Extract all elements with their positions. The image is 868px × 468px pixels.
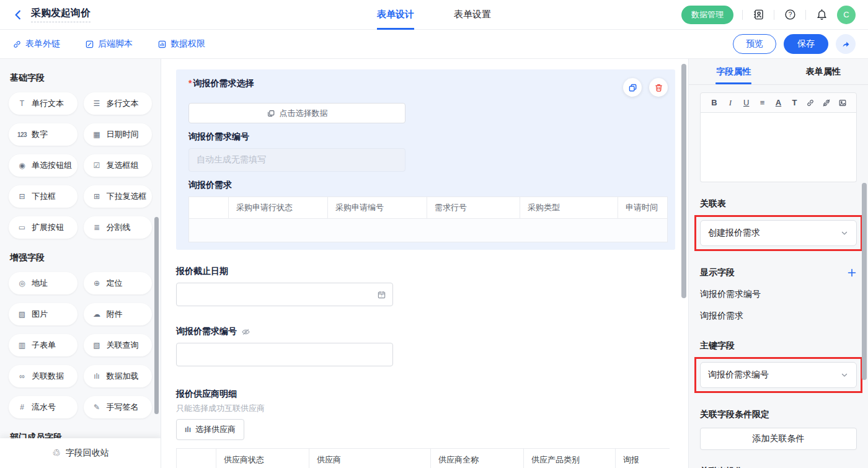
supplier-subform-field[interactable]: 报价供应商明细 只能选择成功互联供应商 ılı 选择供应商 供应商状态 供应商	[176, 389, 688, 468]
divider	[742, 10, 743, 20]
sidebar-item-checkbox-group[interactable]: ☑复选框组	[84, 154, 153, 177]
item-label: 附件	[107, 309, 123, 320]
sidebar-item-subform[interactable]: ▥子表单	[9, 334, 78, 356]
hidden-code-field[interactable]: 询报价需求编号	[176, 326, 688, 366]
save-button[interactable]: 保存	[784, 34, 828, 54]
form-external-link[interactable]: 表单外链	[12, 38, 60, 50]
data-permission-link[interactable]: 数据权限	[157, 38, 205, 50]
preview-button[interactable]: 预览	[733, 34, 776, 54]
tab-form-design[interactable]: 表单设计	[377, 0, 414, 30]
header-tabs: 表单设计 表单设置	[377, 0, 491, 30]
duplicate-field-button[interactable]	[623, 78, 642, 97]
sidebar-item-select[interactable]: ⊟下拉框	[9, 185, 78, 208]
hidden-code-input[interactable]	[176, 343, 393, 366]
pick-supplier-button[interactable]: ılı 选择供应商	[176, 419, 244, 440]
insert-image-icon[interactable]	[835, 93, 851, 112]
link-icon[interactable]	[802, 93, 818, 112]
recycle-icon: ♲	[52, 448, 60, 459]
bold-icon[interactable]: B	[706, 93, 722, 112]
sidebar-item-attachment[interactable]: ☁附件	[84, 303, 153, 325]
field-label: *询报价需求选择	[188, 78, 254, 89]
selected-field-header: *询报价需求选择	[188, 78, 668, 97]
sidebar-item-signature[interactable]: ✎手写签名	[84, 396, 153, 418]
primary-key-select[interactable]: 询报价需求编号	[700, 362, 857, 388]
select-data-button[interactable]: 点击选择数据	[188, 103, 405, 123]
form-designer-app: 采购发起询价 表单设计 表单设置 数据管理 ?	[0, 0, 868, 468]
add-condition-button[interactable]: 添加关联条件	[700, 428, 857, 450]
notification-bell-icon[interactable]	[815, 8, 828, 22]
page-title[interactable]: 采购发起询价	[31, 7, 91, 22]
display-field-item[interactable]: 询报价需求	[700, 311, 857, 322]
delete-field-button[interactable]	[649, 78, 668, 97]
inquiry-demand-table: 采购申请行状态 采购申请编号 需求行号 采购类型 申请时间	[188, 196, 668, 242]
user-avatar[interactable]: C	[837, 6, 856, 24]
item-label: 关联查询	[107, 340, 139, 351]
sidebar-item-related-query[interactable]: ▧关联查询	[84, 334, 153, 356]
item-label: 定位	[107, 278, 123, 289]
sidebar-item-serial-number[interactable]: #流水号	[9, 396, 78, 418]
share-arrow-icon	[841, 39, 851, 49]
column-header: 供应商全称	[431, 449, 524, 468]
sidebar-item-multi-line-text[interactable]: ☰多行文本	[84, 92, 153, 115]
sidebar-item-location[interactable]: ⊕定位	[84, 272, 153, 294]
sidebar-item-image[interactable]: ▨图片	[9, 303, 78, 325]
sidebar-item-divider[interactable]: ≣分割线	[84, 216, 153, 239]
tab-form-properties[interactable]: 表单属性	[779, 59, 868, 84]
sidebar-item-data-load[interactable]: ılı数据加载	[84, 365, 153, 387]
related-table-select[interactable]: 创建报价需求	[700, 220, 857, 246]
richtext-toolbar: B I U ≡ A T	[700, 92, 857, 113]
item-label: 单行文本	[32, 98, 64, 109]
tab-form-settings[interactable]: 表单设置	[454, 0, 491, 30]
deadline-field[interactable]: 报价截止日期 7	[176, 266, 688, 306]
sidebar-item-single-line-text[interactable]: T单行文本	[9, 92, 78, 115]
panel-scrollbar[interactable]	[862, 183, 867, 380]
font-size-icon[interactable]: T	[786, 93, 802, 112]
sidebar-scrollbar[interactable]	[154, 217, 159, 414]
share-button[interactable]	[836, 34, 856, 54]
back-button[interactable]	[12, 9, 24, 20]
data-permission-label: 数据权限	[170, 38, 205, 50]
primary-key-label: 主键字段	[700, 340, 857, 351]
subform-icon: ▥	[17, 341, 27, 350]
deadline-input[interactable]: 7	[176, 283, 393, 306]
sidebar-item-multi-select[interactable]: ⊞下拉复选框	[84, 185, 153, 208]
datetime-icon: ▦	[92, 130, 102, 139]
display-fields-label: 显示字段	[700, 267, 735, 278]
sidebar-item-datetime[interactable]: ▦日期时间	[84, 123, 153, 146]
underline-icon[interactable]: U	[738, 93, 755, 112]
align-icon[interactable]: ≡	[755, 93, 771, 112]
display-field-item[interactable]: 询报价需求编号	[700, 289, 857, 300]
add-display-field-icon[interactable]	[847, 268, 857, 278]
field-recycle-bin[interactable]: ♲ 字段回收站	[0, 438, 161, 468]
backend-script-label: 后端脚本	[98, 38, 133, 50]
column-header: 需求行号	[427, 197, 520, 219]
help-icon[interactable]: ?	[783, 8, 797, 22]
font-color-icon[interactable]: A	[771, 93, 787, 112]
item-label: 关联数据	[32, 371, 64, 382]
data-manage-button[interactable]: 数据管理	[681, 6, 733, 24]
inquiry-code-input[interactable]: 自动生成无需填写	[188, 148, 405, 172]
sidebar-item-related-data[interactable]: ∞关联数据	[9, 365, 78, 387]
column-header: 供应商	[309, 449, 431, 468]
canvas-scrollbar[interactable]	[681, 64, 686, 298]
contacts-icon[interactable]	[751, 8, 765, 22]
unlink-icon[interactable]	[818, 93, 835, 112]
inquiry-code-label: 询报价需求编号	[188, 131, 668, 143]
data-load-icon: ılı	[92, 372, 102, 381]
selected-field-card[interactable]: *询报价需求选择	[176, 69, 675, 250]
sidebar-item-radio-group[interactable]: ◉单选按钮组	[9, 154, 78, 177]
field-description-editor[interactable]	[700, 113, 857, 182]
sidebar-item-extend-button[interactable]: ▭扩展按钮	[9, 216, 78, 239]
select-icon: ⊟	[17, 192, 27, 201]
table-header-row: 采购申请行状态 采购申请编号 需求行号 采购类型 申请时间	[189, 197, 668, 219]
sidebar-item-number[interactable]: 123数字	[9, 123, 78, 146]
inquiry-demand-label: 询报价需求	[188, 180, 668, 191]
tab-field-properties[interactable]: 字段属性	[689, 59, 779, 84]
backend-script-link[interactable]: 后端脚本	[85, 38, 133, 50]
sidebar-item-address[interactable]: ◎地址	[9, 272, 78, 294]
italic-icon[interactable]: I	[722, 93, 738, 112]
column-header: 采购申请编号	[328, 197, 427, 219]
hidden-code-label-row: 询报价需求编号	[176, 326, 688, 337]
radio-group-icon: ◉	[17, 161, 27, 170]
svg-text:7: 7	[381, 294, 383, 298]
